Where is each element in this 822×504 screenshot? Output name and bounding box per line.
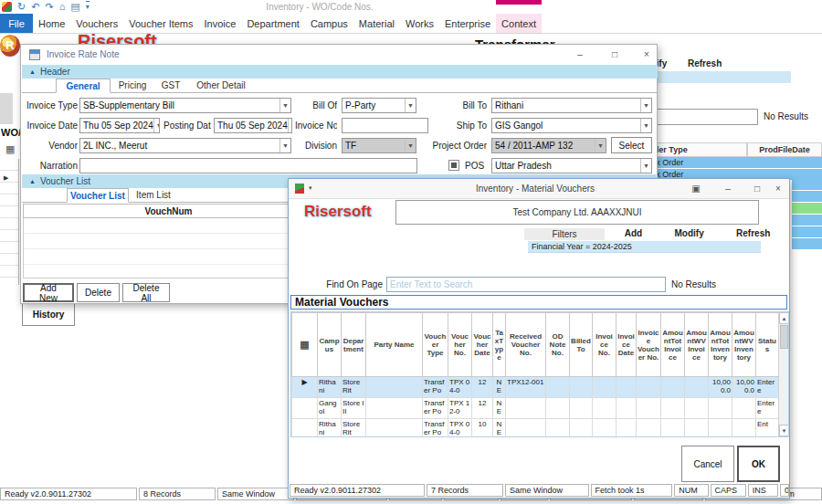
mv-column-header[interactable]: AmountWV Inventory <box>732 313 756 377</box>
strip-row[interactable] <box>792 203 822 214</box>
mv-column-header[interactable]: AmountWV Invoice <box>685 313 709 377</box>
mv-column-header[interactable]: Invoice Date <box>616 313 637 377</box>
ribbon-tab-home[interactable]: Home <box>33 14 70 33</box>
mv-column-header[interactable]: AmountTot Invoice <box>661 313 685 377</box>
ribbon-tab-campus[interactable]: Campus <box>305 14 353 33</box>
mv-column-header[interactable]: Department <box>342 313 366 377</box>
print-icon[interactable]: ▤ <box>70 1 79 12</box>
pos-dropdown[interactable]: Uttar Pradesh▼ <box>491 158 652 173</box>
tab-pricing[interactable]: Pricing <box>112 79 153 93</box>
maximize-icon[interactable]: □ <box>750 183 764 195</box>
ribbon-tab-material[interactable]: Material <box>353 14 400 33</box>
filters-action-modify[interactable]: Modify <box>674 228 703 240</box>
tab-other-detail[interactable]: Other Detail <box>189 79 253 93</box>
ribbon-tab-context[interactable]: Context <box>496 14 542 33</box>
bill-to-dropdown[interactable]: Rithani▼ <box>491 98 652 113</box>
tab-voucher-list[interactable]: Voucher List <box>67 188 129 203</box>
header-section-bar[interactable]: ▲ Header <box>22 65 658 79</box>
project-order-dropdown[interactable]: 54 / 2011-AMP 132▼ <box>491 138 606 153</box>
minimize-icon[interactable]: – <box>721 183 735 195</box>
mv-cell: Gangol <box>318 398 342 419</box>
mv-cell <box>570 377 593 398</box>
vendor-dropdown[interactable]: 2L INC., Meerut▼ <box>79 138 291 153</box>
mv-column-header[interactable]: Status <box>756 313 779 377</box>
scroll-down-icon[interactable]: ▼ <box>779 425 789 436</box>
scroll-up-icon[interactable]: ▲ <box>779 312 789 324</box>
tab-general[interactable]: General <box>56 79 111 93</box>
mv-column-header[interactable]: Party Name <box>366 313 423 377</box>
bg-col-prodfiledate[interactable]: ProdFileDate <box>747 142 822 157</box>
posting-date-dropdown[interactable]: Thu 05 Sep 2024▼ <box>214 118 292 133</box>
mv-column-header[interactable]: TaxType <box>493 313 506 377</box>
filter-item[interactable]: Financial Year = 2024-2025 <box>528 241 761 253</box>
cancel-button[interactable]: Cancel <box>681 446 734 482</box>
ribbon-tab-voucher-items[interactable]: Voucher Items <box>123 14 198 33</box>
mv-column-header[interactable]: Campus <box>318 313 342 377</box>
select-button[interactable]: Select <box>611 137 652 153</box>
history-button[interactable]: History <box>22 303 75 326</box>
minimize-icon[interactable]: – <box>573 48 587 61</box>
delete-button[interactable]: Delete <box>77 283 120 302</box>
invoice-no-input[interactable] <box>342 118 428 133</box>
popout-icon[interactable]: ▣ <box>689 183 703 195</box>
ribbon-tab-enterprise[interactable]: Enterprise <box>439 14 496 33</box>
strip-row[interactable] <box>792 215 822 226</box>
mv-row[interactable]: RithaniStore RitTransfer PoTPX 04-010NEE… <box>292 419 779 438</box>
ship-to-value: GIS Gangol <box>495 121 543 131</box>
mv-column-header[interactable]: Invoice Voucher No. <box>637 313 661 377</box>
bill-of-dropdown[interactable]: P-Party▼ <box>342 98 416 113</box>
mv-column-header[interactable]: Voucher Date <box>472 313 493 377</box>
tab-gst[interactable]: GST <box>154 79 187 93</box>
mv-column-header[interactable]: Voucher Type <box>423 313 448 377</box>
tab-item-list[interactable]: Item List <box>131 188 176 203</box>
home-icon[interactable]: ⌂ <box>59 1 66 12</box>
vendor-value: 2L INC., Meerut <box>83 141 147 151</box>
find-on-page-input[interactable] <box>386 277 666 292</box>
mv-column-header[interactable]: AmountTot Inventory <box>709 313 732 377</box>
vertical-scrollbar[interactable]: ▲ ▼ <box>778 312 788 436</box>
redo-icon[interactable]: ↷ <box>45 1 53 12</box>
division-dropdown[interactable]: TF▼ <box>342 138 416 153</box>
strip-row[interactable] <box>792 238 822 249</box>
maximize-icon[interactable]: □ <box>607 48 622 61</box>
mv-column-header[interactable]: OD Note No. <box>546 313 570 377</box>
mv-row[interactable]: GangolStore IIITransfer PoTPX 12-012NEEn… <box>292 398 779 419</box>
close-icon[interactable]: × <box>639 48 654 61</box>
mv-column-header[interactable]: Billed To <box>570 313 593 377</box>
strip-row[interactable] <box>792 191 822 202</box>
ribbon-tab-vouchers[interactable]: Vouchers <box>70 14 123 33</box>
strip-row[interactable] <box>792 226 822 237</box>
invoice-type-dropdown[interactable]: SB-Supplementary Bill▼ <box>79 98 291 113</box>
close-icon[interactable]: × <box>771 183 785 195</box>
mv-row[interactable]: ▶RithaniStore RitTransfer PoTPX 04-012NE… <box>292 377 779 398</box>
strip-row[interactable] <box>792 179 822 190</box>
ribbon-tab-invoice[interactable]: Invoice <box>199 14 242 33</box>
mv-cell <box>709 398 732 419</box>
mv-grid: ▦CampusDepartmentParty NameVoucher TypeV… <box>290 311 789 437</box>
add-new-button[interactable]: Add New <box>23 283 74 302</box>
qat-more-icon[interactable]: ▾ <box>86 1 90 13</box>
mv-column-header[interactable]: Invoice No. <box>593 313 616 377</box>
invoice-date-label: Invoice Date <box>26 121 78 131</box>
ribbon-tab-file[interactable]: File <box>0 14 33 33</box>
refresh-icon[interactable]: ↻ <box>17 1 26 12</box>
scroll-thumb[interactable] <box>780 325 788 349</box>
bg-refresh-link[interactable]: Refresh <box>688 58 722 68</box>
grid-selector-header[interactable]: ▦ <box>292 313 318 377</box>
invoice-date-dropdown[interactable]: Thu 05 Sep 2024▼ <box>79 118 160 133</box>
pos-checkbox[interactable] <box>448 160 459 171</box>
mv-column-header[interactable]: Received Voucher No. <box>506 313 546 377</box>
titlebar-more-icon[interactable]: ▾ <box>309 184 312 192</box>
ribbon-tab-works[interactable]: Works <box>400 14 439 33</box>
ribbon-tab-department[interactable]: Department <box>241 14 304 33</box>
mv-column-header[interactable]: Voucher No. <box>448 313 472 377</box>
filters-action-add[interactable]: Add <box>625 228 642 240</box>
app-icon[interactable] <box>2 2 12 12</box>
undo-icon[interactable]: ↶ <box>31 1 39 12</box>
delete-all-button[interactable]: Delete All <box>122 283 170 302</box>
narration-input[interactable] <box>79 158 417 173</box>
filters-action-refresh[interactable]: Refresh <box>736 228 770 240</box>
ship-to-dropdown[interactable]: GIS Gangol▼ <box>491 118 652 133</box>
vouchnum-column-header[interactable]: VouchNum <box>24 205 314 217</box>
ok-button[interactable]: OK <box>737 446 780 482</box>
